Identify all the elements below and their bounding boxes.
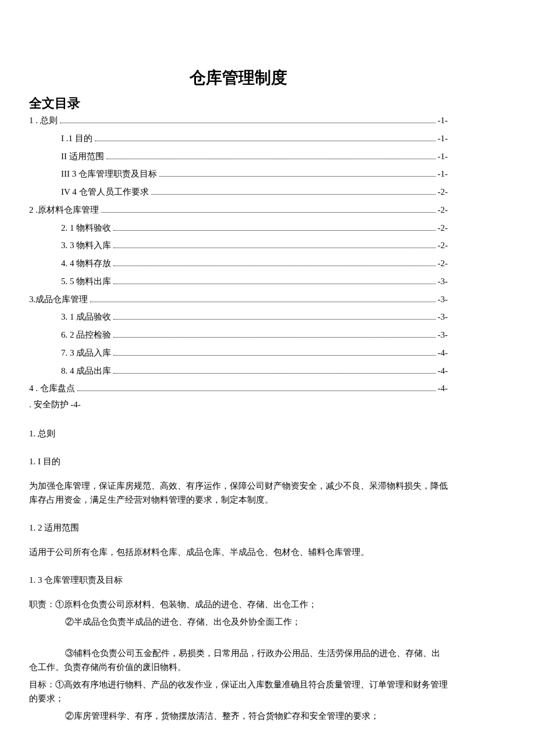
- indented-line: ②库房管理科学、有序，货物摆放清洁、整齐，符合货物贮存和安全管理的要求；: [29, 709, 448, 723]
- toc-entry: 7. 3 成品入库 -4-: [29, 346, 448, 360]
- toc-leader-dots: [113, 227, 435, 231]
- toc-page-number: -3-: [438, 310, 448, 324]
- toc-label: IV 4 仓管人员工作要求: [61, 185, 149, 199]
- toc-entry: 3. 3 物料入库 -2-: [29, 238, 448, 253]
- toc-label: I .1 目的: [61, 131, 92, 146]
- toc-label: 7. 3 成品入库: [61, 346, 111, 360]
- toc-page-number: -3-: [438, 328, 448, 342]
- toc-leader-dots: [113, 370, 435, 374]
- paragraph: ②半成品仓负责半成品的进仓、存储、出仓及外协全面工作；: [29, 615, 448, 629]
- toc-entry: 8. 4 成品出库 -4-: [29, 364, 448, 378]
- toc-page-number: -2-: [438, 203, 448, 217]
- toc-label: 1 . 总则: [29, 113, 58, 128]
- document-body: 1. 总则 1. I 目的 为加强仓库管理，保证库房规范、高效、有序运作，保障公…: [29, 427, 448, 723]
- toc-page-number: -3-: [438, 292, 448, 307]
- paragraph: 为加强仓库管理，保证库房规范、高效、有序运作，保障公司财产物资安全，减少不良、呆…: [29, 479, 448, 507]
- toc-page-number: -1-: [438, 167, 448, 181]
- toc-label: 2. 1 物料验收: [61, 221, 111, 235]
- toc-page-number: -2-: [438, 256, 448, 271]
- toc-heading: 全文目录: [29, 95, 448, 112]
- toc-label: 3.成品仓库管理: [29, 292, 88, 307]
- toc-page-number: -4-: [438, 364, 448, 378]
- toc-entry: II 适用范围 -1-: [29, 149, 448, 164]
- paragraph-text: ③辅料仓负责公司五金配件，易损类，日常用品，行政办公用品、生活劳保用品的进仓、存…: [29, 646, 448, 674]
- toc-label: 3. 3 物料入库: [61, 238, 111, 253]
- toc-entry: 4 . 仓库盘点-4-: [29, 381, 448, 396]
- toc-page-number: -4-: [438, 346, 448, 360]
- toc-leader-dots: [95, 137, 436, 141]
- indented-line: [29, 635, 65, 644]
- toc-leader-dots: [90, 298, 435, 302]
- toc-label: 3. 1 成品验收: [61, 310, 111, 324]
- toc-leader-dots: [151, 191, 436, 195]
- toc-label: II 适用范围: [61, 149, 104, 164]
- toc-leader-dots: [101, 209, 436, 213]
- toc-entry: III 3 仓库管理职责及目标 -1-: [29, 167, 448, 181]
- toc-label: 5. 5 物料出库: [61, 274, 111, 289]
- toc-label: III 3 仓库管理职责及目标: [61, 167, 157, 181]
- toc-entry: 6. 2 品控检验 -3-: [29, 328, 448, 342]
- section-heading-1-3: 1. 3 仓库管理职责及目标: [29, 573, 448, 587]
- paragraph: 目标：①高效有序地进行物料、产品的收发作业，保证出入库数量准确且符合质量管理、订…: [29, 678, 448, 705]
- toc-page-number: -4-: [438, 381, 448, 396]
- toc-plain-entry: . 安全防护 -4-: [29, 399, 448, 410]
- toc-leader-dots: [113, 316, 435, 320]
- section-heading-1: 1. 总则: [29, 427, 448, 440]
- toc-page-number: -2-: [438, 238, 448, 253]
- paragraph: 职责：①原料仓负责公司原材料、包装物、成品的进仓、存储、出仓工作；: [29, 597, 448, 611]
- toc-entry: IV 4 仓管人员工作要求 -2-: [29, 185, 448, 199]
- toc-leader-dots: [113, 352, 435, 356]
- toc-label: 6. 2 品控检验: [61, 328, 111, 342]
- toc-entry: 2 .原材料仓库管理-2-: [29, 203, 448, 217]
- toc-leader-dots: [113, 334, 435, 338]
- toc-entry: 3. 1 成品验收 -3-: [29, 310, 448, 324]
- paragraph: ②库房管理科学、有序，货物摆放清洁、整齐，符合货物贮存和安全管理的要求；: [29, 709, 448, 723]
- toc-page-number: -2-: [438, 185, 448, 199]
- document-page: 仓库管理制度 全文目录 1 . 总则-1-I .1 目的-1-II 适用范围 -…: [0, 0, 477, 755]
- section-heading-1-2: 1. 2 适用范围: [29, 521, 448, 535]
- toc-entry: I .1 目的-1-: [29, 131, 448, 146]
- toc-leader-dots: [113, 244, 435, 248]
- paragraph: ③辅料仓负责公司五金配件，易损类，日常用品，行政办公用品、生活劳保用品的进仓、存…: [29, 632, 448, 674]
- toc-leader-dots: [159, 173, 436, 177]
- table-of-contents: 1 . 总则-1-I .1 目的-1-II 适用范围 -1-III 3 仓库管理…: [29, 113, 448, 396]
- toc-leader-dots: [60, 119, 436, 123]
- toc-entry: 5. 5 物料出库 -3-: [29, 274, 448, 289]
- toc-label: 4. 4 物料存放: [61, 256, 111, 271]
- toc-leader-dots: [113, 262, 435, 266]
- toc-label: 2 .原材料仓库管理: [29, 203, 99, 217]
- toc-entry: 2. 1 物料验收 -2-: [29, 221, 448, 235]
- toc-label: 4 . 仓库盘点: [29, 381, 75, 396]
- document-title: 仓库管理制度: [29, 67, 448, 89]
- toc-page-number: -1-: [438, 113, 448, 128]
- toc-page-number: -1-: [438, 149, 448, 164]
- section-heading-1-1: 1. I 目的: [29, 454, 448, 468]
- toc-entry: 3.成品仓库管理 -3-: [29, 292, 448, 307]
- toc-leader-dots: [77, 387, 436, 391]
- toc-page-number: -2-: [438, 221, 448, 235]
- toc-entry: 4. 4 物料存放 -2-: [29, 256, 448, 271]
- toc-leader-dots: [106, 155, 436, 159]
- toc-leader-dots: [113, 280, 435, 284]
- indented-line: ②半成品仓负责半成品的进仓、存储、出仓及外协全面工作；: [29, 615, 448, 629]
- toc-label: 8. 4 成品出库: [61, 364, 111, 378]
- toc-page-number: -1-: [438, 131, 448, 146]
- paragraph: 适用于公司所有仓库，包括原材料仓库、成品仓库、半成品仓、包材仓、辅料仓库管理。: [29, 545, 448, 559]
- toc-entry: 1 . 总则-1-: [29, 113, 448, 128]
- toc-page-number: -3-: [438, 274, 448, 289]
